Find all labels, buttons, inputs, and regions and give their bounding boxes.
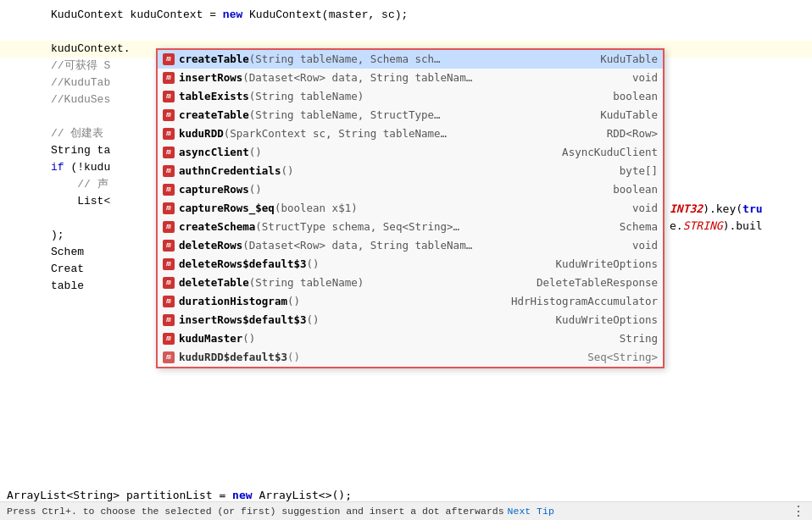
autocomplete-item-12[interactable]: m deleteTable (String tableName) DeleteT… (158, 274, 663, 292)
code-text: kuduContext. (51, 41, 131, 58)
method-icon: m (163, 351, 175, 363)
method-return: RDD<Row> (598, 125, 658, 142)
method-params: () (307, 256, 320, 273)
autocomplete-item-2[interactable]: m tableExists (String tableName) boolean (158, 87, 663, 106)
autocomplete-item-11[interactable]: m deleteRows$default$3 () KuduWriteOptio… (158, 255, 663, 274)
comment-text: //KuduSes (51, 91, 110, 108)
code-text: if (!kudu (51, 159, 110, 176)
method-icon: m (163, 91, 175, 102)
autocomplete-item-7[interactable]: m captureRows () boolean (158, 180, 663, 199)
method-name: kuduRDD (179, 125, 224, 142)
autocomplete-item-10[interactable]: m deleteRows (Dataset<Row> data, String … (158, 236, 663, 255)
method-icon: m (163, 202, 175, 214)
method-icon: m (163, 221, 175, 233)
method-icon: m (163, 314, 175, 326)
status-bar: Press Ctrl+. to choose the selected (or … (0, 501, 812, 520)
autocomplete-item-6[interactable]: m authnCredentials () byte[] (158, 162, 663, 180)
autocomplete-item-9[interactable]: m createSchema (StructType schema, Seq<S… (158, 218, 663, 236)
method-params: (StructType schema, Seq<String>… (255, 219, 459, 235)
code-text: ); (51, 227, 64, 244)
code-line-2 (0, 24, 812, 41)
bottom-code-line: ArrayList<String> partitionList = new Ar… (7, 489, 352, 501)
method-icon: m (163, 147, 175, 158)
autocomplete-item-8[interactable]: m captureRows_$eq (boolean x$1) void (158, 199, 663, 218)
method-return: DeleteTableResponse (528, 274, 658, 291)
more-options-icon[interactable]: ⋮ (792, 503, 805, 520)
method-name: kuduRDD$default$3 (179, 349, 287, 366)
method-icon: m (163, 184, 175, 196)
code-text: List< (51, 193, 110, 210)
method-icon: m (163, 53, 175, 65)
method-name: deleteTable (179, 274, 249, 291)
method-params: () (307, 312, 320, 329)
method-return: KuduTable (592, 51, 658, 68)
method-return: AsyncKuduClient (553, 144, 658, 161)
method-return: void (624, 237, 658, 254)
method-return: String (611, 330, 658, 347)
comment-text: // 创建表 (51, 125, 103, 142)
editor-container: KuduContext kuduContext = new KuduContex… (0, 0, 812, 520)
method-params: () (287, 293, 300, 310)
autocomplete-item-13[interactable]: m durationHistogram () HdrHistogramAccum… (158, 292, 663, 311)
method-name: asyncClient (179, 144, 249, 161)
code-text: table (51, 278, 84, 295)
comment-text: //KuduTab (51, 75, 110, 91)
method-name: authnCredentials (179, 163, 281, 180)
method-name: tableExists (179, 88, 249, 105)
method-params: () (249, 144, 262, 161)
method-name: durationHistogram (179, 293, 287, 310)
method-icon: m (163, 258, 175, 270)
method-return: boolean (604, 181, 658, 198)
autocomplete-item-15[interactable]: m kuduMaster () String (158, 329, 663, 348)
method-params: (Dataset<Row> data, String tableNam… (242, 69, 472, 86)
comment-text: //可获得 S (51, 58, 110, 75)
method-name: insertRows (179, 69, 242, 86)
method-icon: m (163, 240, 175, 252)
code-text: Creat (51, 261, 84, 278)
method-params: () (249, 181, 262, 198)
method-params: (String tableName) (249, 274, 364, 291)
method-icon: m (163, 72, 175, 84)
method-name: createTable (179, 51, 249, 68)
code-text: String ta (51, 142, 110, 159)
method-name: createTable (179, 107, 249, 124)
autocomplete-item-1[interactable]: m insertRows (Dataset<Row> data, String … (158, 69, 663, 87)
method-return: KuduTable (592, 107, 658, 124)
method-params: (String tableName) (249, 88, 364, 105)
method-return: void (624, 200, 658, 217)
method-name: captureRows_$eq (179, 200, 275, 217)
code-text: KuduContext kuduContext = new KuduContex… (51, 7, 408, 24)
autocomplete-item-4[interactable]: m kuduRDD (SparkContext sc, String table… (158, 124, 663, 143)
right-code-1: INT32).key(tru (670, 201, 763, 218)
method-params: (SparkContext sc, String tableName… (224, 125, 447, 142)
right-code-2: e.STRING).buil (670, 218, 763, 235)
comment-text: // 声 (51, 176, 108, 193)
method-icon: m (163, 109, 175, 121)
method-return: KuduWriteOptions (548, 312, 658, 329)
method-icon: m (163, 296, 175, 307)
method-params: () (242, 330, 255, 347)
method-name: insertRows$default$3 (179, 312, 307, 329)
autocomplete-item-5[interactable]: m asyncClient () AsyncKuduClient (158, 143, 663, 162)
method-params: () (287, 349, 300, 366)
method-return: byte[] (611, 163, 658, 180)
status-text: Press Ctrl+. to choose the selected (or … (7, 506, 504, 517)
method-icon: m (163, 128, 175, 140)
method-name: deleteRows$default$3 (179, 256, 307, 273)
method-return: boolean (604, 88, 658, 105)
method-name: createSchema (179, 219, 255, 235)
autocomplete-item-3[interactable]: m createTable (String tableName, StructT… (158, 106, 663, 124)
method-return: Schema (611, 219, 658, 235)
method-params: () (281, 163, 293, 180)
method-params: (Dataset<Row> data, String tableNam… (242, 237, 472, 254)
autocomplete-item-14[interactable]: m insertRows$default$3 () KuduWriteOptio… (158, 311, 663, 329)
autocomplete-dropdown: m createTable (String tableName, Schema … (156, 48, 665, 368)
autocomplete-item-0[interactable]: m createTable (String tableName, Schema … (158, 50, 663, 69)
method-params: (String tableName, StructType… (249, 107, 441, 124)
next-tip-link[interactable]: Next Tip (508, 506, 554, 517)
method-return: Seq<String> (579, 349, 658, 366)
autocomplete-item-16[interactable]: m kuduRDD$default$3 () Seq<String> (158, 348, 663, 367)
code-line-1: KuduContext kuduContext = new KuduContex… (0, 7, 812, 24)
method-params: (boolean x$1) (275, 200, 358, 217)
method-icon: m (163, 165, 175, 177)
